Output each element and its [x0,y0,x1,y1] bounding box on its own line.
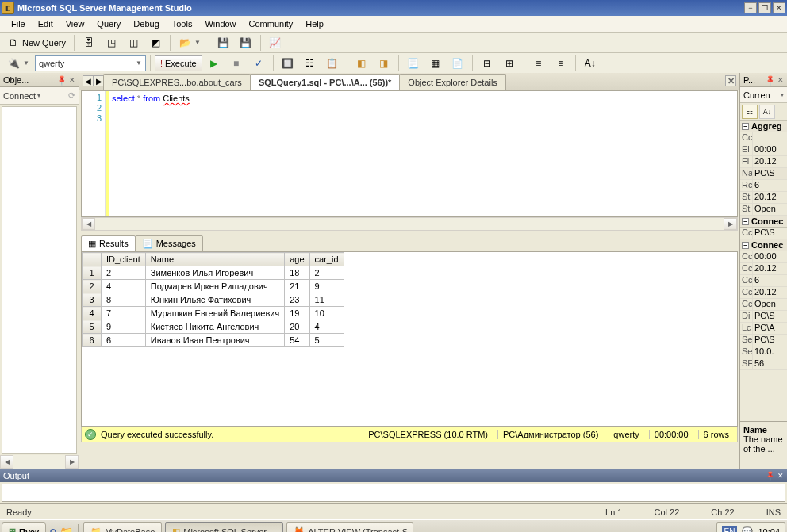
intellisense-button[interactable]: 📋 [322,55,343,72]
pin-icon[interactable]: 📌 [764,74,776,86]
parse-button[interactable]: ✓ [248,55,269,72]
minimize-button[interactable]: − [744,2,757,13]
pin-icon[interactable]: 📌 [56,74,67,86]
col-car-id[interactable]: car_id [309,253,344,266]
cancel-button[interactable]: ■ [226,55,247,72]
tab-about-cars[interactable]: PC\SQLEXPRES...bo.about_cars [103,74,251,90]
scroll-right-icon[interactable]: ▶ [65,455,79,469]
menu-tools[interactable]: Tools [166,17,199,30]
estimated-plan-button[interactable]: 🔲 [278,55,298,72]
toolbar-sql: 🔌▼ qwerty ▼ ! Execute ▶ ■ ✓ 🔲 ☷ 📋 ◧ ◨ 📃 … [0,52,787,73]
menu-community[interactable]: Community [243,17,300,30]
table-row[interactable]: 12Зименков Илья Игоревич182 [83,266,344,280]
results-grid[interactable]: ID_client Name age car_id 12Зименков Иль… [81,251,738,427]
table-row[interactable]: 59Кистяев Никита Ангелович204 [83,320,344,334]
tray-icon[interactable]: 💬 [742,526,753,532]
activity-monitor-button[interactable]: 📈 [265,34,286,52]
execute-button[interactable]: ! Execute [155,55,202,71]
prop-row: Cc20.12 [740,263,787,275]
tab-messages[interactable]: 📃 Messages [135,235,203,251]
client-stats-button[interactable]: ◨ [374,55,394,72]
connect-label[interactable]: Connect [3,91,36,101]
output-body[interactable] [2,484,785,502]
table-row[interactable]: 66Иванов Иван Пентрович545 [83,334,344,347]
panel-close-icon[interactable]: ✕ [777,76,784,84]
close-button[interactable]: ✕ [773,2,785,13]
save-all-button[interactable]: 💾 [236,34,256,52]
task-mydatebase[interactable]: 📁 MyDateBase [83,522,162,533]
menu-file[interactable]: File [5,17,32,30]
output-close-icon[interactable]: ✕ [777,472,784,480]
refresh-icon[interactable]: ⟳ [68,90,75,101]
results-text-button[interactable]: 📃 [403,55,424,72]
tab-sqlquery1[interactable]: SQLQuery1.sql - PC\...\А... (56))* [250,74,400,90]
results-grid-button[interactable]: ▦ [425,55,446,72]
tab-close-button[interactable]: ✕ [725,75,736,86]
status-db: qwerty [608,430,643,439]
save-button[interactable]: 💾 [213,34,234,52]
menu-edit[interactable]: Edit [32,17,60,30]
table-row[interactable]: 38Юнкин Ильяс Фатихович2311 [83,293,344,307]
status-ready: Ready [6,507,32,517]
db-engine-query-button[interactable]: 🗄 [79,34,99,52]
code-content[interactable]: select * from Clients [109,91,737,216]
menu-help[interactable]: Help [299,17,330,30]
output-pin-icon[interactable]: 📌 [764,470,776,482]
col-age[interactable]: age [285,253,309,266]
language-indicator[interactable]: EN [722,526,738,532]
clock[interactable]: 10:04 [758,527,780,533]
menu-view[interactable]: View [60,17,91,30]
results-file-button[interactable]: 📄 [447,55,468,72]
analysis-query-button[interactable]: ◳ [101,34,121,52]
query-options-button[interactable]: ☷ [300,55,321,72]
task-ssms[interactable]: ◧ Microsoft SQL Server ... [165,522,283,533]
explorer-icon[interactable]: 📁 [60,526,73,533]
outdent-button[interactable]: ≡ [551,55,571,72]
alphabetical-button[interactable]: A↓ [759,105,775,119]
ie-icon[interactable]: e [49,525,56,533]
new-query-button[interactable]: 🗋 New Query [3,34,70,52]
connect-icon: 🔌 [7,57,20,70]
prop-section-connection2[interactable]: −Connec [740,239,787,251]
col-id-client[interactable]: ID_client [102,253,146,266]
open-button[interactable]: 📂▼ [175,34,205,52]
prop-section-connection[interactable]: −Connec [740,216,787,228]
table-row[interactable]: 47Мурашкин Евгений Валериевич1910 [83,307,344,320]
panel-close-icon[interactable]: ✕ [69,76,75,84]
prop-row: NaPC\S [740,168,787,180]
editor-hscroll[interactable]: ◀▶ [81,217,738,231]
restore-button[interactable]: ❐ [758,2,771,13]
sqlcmd-button[interactable]: A↓ [580,55,601,72]
tab-results[interactable]: ▦ Results [81,235,136,251]
header-row: ID_client Name age car_id [83,253,344,266]
categorized-button[interactable]: ☷ [742,105,758,119]
uncomment-button[interactable]: ⊞ [499,55,520,72]
current-object-combo[interactable]: Curren▾ [740,87,787,103]
start-button[interactable]: ⊞ Пуск [2,522,46,533]
database-combo[interactable]: qwerty ▼ [35,55,146,71]
debug-button[interactable]: ▶ [204,55,225,72]
task-firefox[interactable]: 🦊 ALTER VIEW (Transact-S... [286,522,413,533]
menu-debug[interactable]: Debug [127,17,165,30]
scroll-left-icon[interactable]: ◀ [0,455,13,469]
dmx-query-button[interactable]: ◩ [145,34,166,52]
status-ins: INS [766,507,781,517]
tab-nav-left[interactable]: ◀ [83,75,94,86]
window-title: Microsoft SQL Server Management Studio [17,3,744,13]
change-connection-button[interactable]: 🔌▼ [3,55,33,72]
include-plan-button[interactable]: ◧ [351,55,372,72]
prop-row: StOpen [740,204,787,216]
prop-section-aggregate[interactable]: −Aggreg [740,121,787,132]
indent-button[interactable]: ≡ [528,55,549,72]
tab-object-explorer-details[interactable]: Object Explorer Details [399,74,506,90]
prop-row: Fi20.12 [740,156,787,168]
include-plan-icon: ◧ [355,57,368,70]
comment-button[interactable]: ⊟ [477,55,497,72]
menu-query[interactable]: Query [90,17,127,30]
sql-editor[interactable]: 1 2 3 select * from Clients [81,90,738,217]
menu-window[interactable]: Window [198,17,242,30]
mdx-query-button[interactable]: ◫ [123,34,144,52]
prop-desc-name: Name [743,425,784,434]
table-row[interactable]: 24Подмарев Иркен Ришадович219 [83,280,344,293]
col-name[interactable]: Name [145,253,284,266]
